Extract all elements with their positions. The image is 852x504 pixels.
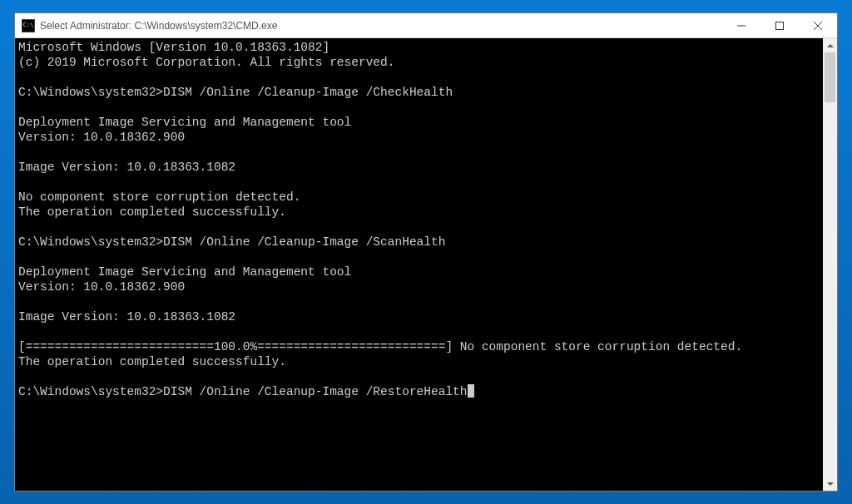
svg-marker-5 — [827, 482, 834, 486]
scroll-up-button[interactable] — [823, 38, 837, 52]
maximize-icon — [775, 22, 784, 30]
terminal-prompt-line[interactable]: C:\Windows\system32>DISM /Online /Cleanu… — [18, 384, 820, 399]
content-area: Microsoft Windows [Version 10.0.18363.10… — [15, 38, 837, 491]
terminal-line: No component store corruption detected. — [18, 190, 820, 205]
terminal-line: Deployment Image Servicing and Managemen… — [18, 264, 820, 279]
terminal-line — [18, 145, 820, 160]
cmd-window: C:\ Select Administrator: C:\Windows\sys… — [14, 12, 838, 492]
scroll-track[interactable] — [823, 52, 837, 477]
titlebar[interactable]: C:\ Select Administrator: C:\Windows\sys… — [15, 13, 837, 38]
terminal-line: C:\Windows\system32>DISM /Online /Cleanu… — [18, 235, 820, 250]
svg-rect-1 — [776, 22, 784, 29]
terminal[interactable]: Microsoft Windows [Version 10.0.18363.10… — [15, 38, 823, 491]
terminal-line: (c) 2019 Microsoft Corporation. All righ… — [18, 55, 820, 70]
scroll-down-button[interactable] — [823, 477, 837, 491]
terminal-line: C:\Windows\system32>DISM /Online /Cleanu… — [18, 85, 820, 100]
terminal-prompt-text: C:\Windows\system32>DISM /Online /Cleanu… — [18, 385, 468, 398]
close-icon — [814, 22, 822, 30]
terminal-line — [18, 324, 820, 339]
terminal-line: Image Version: 10.0.18363.1082 — [18, 309, 820, 324]
maximize-button[interactable] — [760, 13, 799, 37]
terminal-line: Version: 10.0.18362.900 — [18, 279, 820, 294]
terminal-line — [18, 250, 820, 264]
svg-marker-4 — [827, 44, 834, 47]
cmd-icon: C:\ — [22, 19, 35, 32]
window-controls — [722, 13, 837, 37]
terminal-line: The operation completed successfully. — [18, 354, 820, 369]
terminal-line: The operation completed successfully. — [18, 205, 820, 220]
close-button[interactable] — [799, 13, 837, 37]
terminal-line: Version: 10.0.18362.900 — [18, 130, 820, 145]
terminal-line — [18, 294, 820, 309]
scroll-thumb[interactable] — [825, 52, 835, 102]
terminal-line — [18, 100, 820, 115]
terminal-cursor — [468, 384, 474, 398]
minimize-button[interactable] — [722, 13, 760, 37]
terminal-line: Microsoft Windows [Version 10.0.18363.10… — [18, 40, 820, 55]
terminal-line: Image Version: 10.0.18363.1082 — [18, 160, 820, 175]
window-title: Select Administrator: C:\Windows\system3… — [40, 20, 722, 32]
vertical-scrollbar[interactable] — [823, 38, 837, 491]
terminal-line — [18, 369, 820, 384]
chevron-up-icon — [827, 44, 834, 47]
terminal-line — [18, 220, 820, 235]
terminal-line — [18, 70, 820, 85]
minimize-icon — [737, 22, 746, 30]
chevron-down-icon — [827, 482, 834, 486]
terminal-line: [==========================100.0%=======… — [18, 339, 820, 354]
terminal-line — [18, 175, 820, 190]
terminal-line: Deployment Image Servicing and Managemen… — [18, 115, 820, 130]
